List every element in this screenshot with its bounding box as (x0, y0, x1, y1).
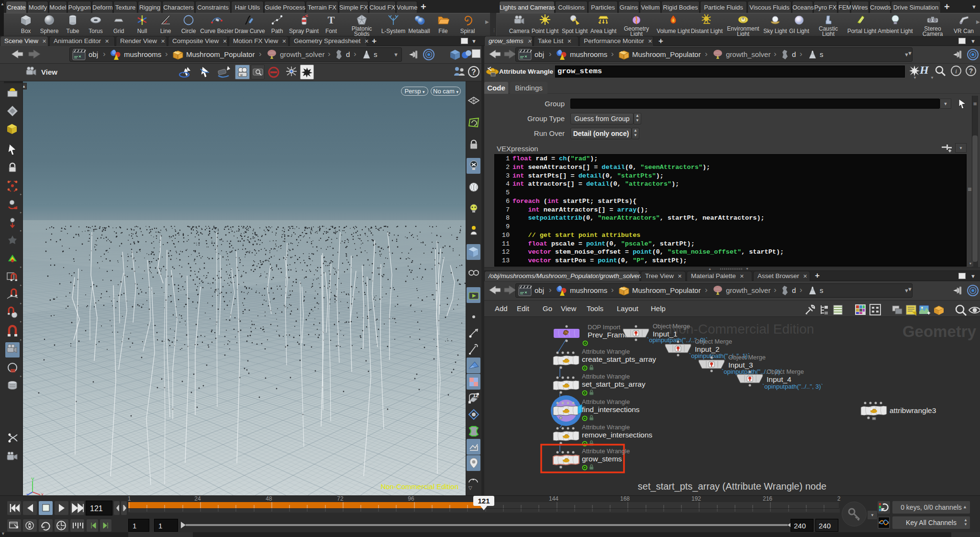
svg-text:168: 168 (620, 495, 630, 502)
svg-text:Input_4: Input_4 (767, 375, 791, 383)
svg-text:?: ? (471, 68, 476, 76)
svg-text:Geometry: Geometry (902, 323, 977, 340)
svg-text:i: i (955, 67, 957, 75)
svg-text:24: 24 (194, 495, 201, 502)
svg-text:w: w (240, 73, 243, 77)
svg-text:48: 48 (266, 495, 272, 502)
svg-text:72: 72 (337, 495, 344, 502)
svg-text:96: 96 (408, 495, 414, 502)
svg-text:find_intersections: find_intersections (582, 405, 640, 414)
svg-text:Attribute Wrangle: Attribute Wrangle (582, 398, 630, 405)
svg-text:T: T (328, 14, 335, 26)
svg-text:grow_stems: grow_stems (582, 455, 622, 463)
svg-text:Attribute Wrangle: Attribute Wrangle (582, 348, 630, 355)
svg-text:Object Merge: Object Merge (767, 368, 804, 375)
svg-text:Object Merge: Object Merge (695, 338, 732, 345)
svg-text:Prev_Frame: Prev_Frame (588, 331, 628, 339)
svg-text:Object Merge: Object Merge (728, 354, 766, 361)
svg-text:216: 216 (763, 495, 772, 502)
svg-text:create_start_pts_array: create_start_pts_array (582, 355, 656, 363)
svg-text:set_start_pts_array: set_start_pts_array (582, 380, 646, 388)
svg-text:144: 144 (549, 495, 558, 502)
svg-text:Object Merge: Object Merge (653, 323, 690, 330)
svg-text:remove_intersections: remove_intersections (582, 431, 653, 439)
svg-text:?: ? (969, 67, 973, 75)
svg-text:Attribute Wrangle: Attribute Wrangle (582, 373, 630, 380)
svg-text:set_start_pts_array (Attribute: set_start_pts_array (Attribute Wrangle) … (638, 481, 826, 492)
svg-text:Non-Commercial Edition: Non-Commercial Edition (669, 322, 814, 336)
svg-text:1: 1 (128, 495, 131, 502)
svg-text:`opinputpath("../..", 3)`: `opinputpath("../..", 3)` (762, 383, 823, 390)
svg-text:192: 192 (691, 495, 701, 502)
svg-text:2: 2 (837, 495, 841, 502)
svg-text:attribwrangle3: attribwrangle3 (890, 406, 936, 414)
svg-text:DOP Import: DOP Import (588, 324, 621, 331)
svg-text:Attribute Wrangle: Attribute Wrangle (582, 424, 630, 431)
svg-text:Attribute Wrangle: Attribute Wrangle (582, 448, 630, 455)
svg-text:Y: Y (31, 478, 34, 482)
